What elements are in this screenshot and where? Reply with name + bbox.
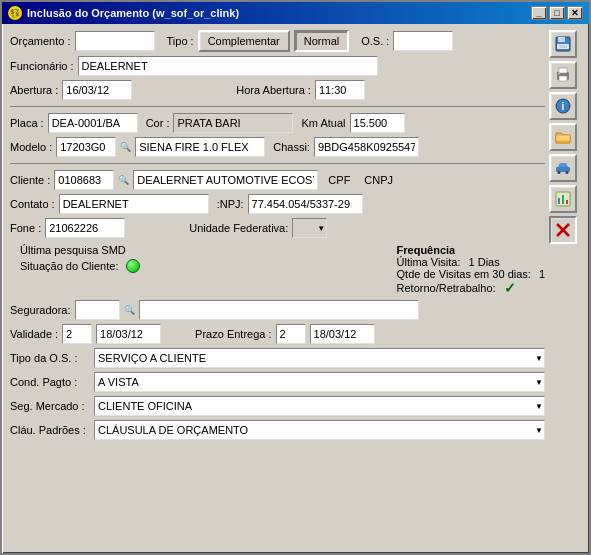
row-tipo-os: Tipo da O.S. : SERVIÇO A CLIENTE ▼ <box>10 348 545 368</box>
row-modelo: Modelo : 🔍 Chassi: <box>10 137 545 157</box>
cond-pagto-select[interactable]: A VISTA <box>94 372 545 392</box>
cnpj-label2: :NPJ: <box>217 198 244 210</box>
modelo-icon: 🔍 <box>120 142 131 152</box>
chassi-input[interactable] <box>314 137 419 157</box>
tipo-os-select[interactable]: SERVIÇO A CLIENTE <box>94 348 545 368</box>
modelo-id-input[interactable] <box>56 137 116 157</box>
print-icon <box>554 66 572 84</box>
abertura-label: Abertura : <box>10 84 58 96</box>
chassi-label: Chassi: <box>273 141 310 153</box>
placa-label: Placa : <box>10 117 44 129</box>
svg-rect-3 <box>559 45 567 48</box>
seguradora-name-input[interactable] <box>139 300 419 320</box>
funcionario-label: Funcionário : <box>10 60 74 72</box>
cliente-search-icon: 🔍 <box>118 175 129 185</box>
row-seg-mercado: Seg. Mercado : CLIENTE OFICINA ▼ <box>10 396 545 416</box>
row-validade: Validade : Prazo Entrega : <box>10 324 545 344</box>
title-bar: 💱 Inclusão do Orçamento (w_sof_or_clink)… <box>2 2 589 24</box>
svg-rect-10 <box>556 167 570 172</box>
prazo-entrega-num-input[interactable] <box>276 324 306 344</box>
row-orcamento: Orçamento : Tipo : Complementar Normal O… <box>10 30 545 52</box>
row-smd: Última pesquisa SMD Situação do Cliente:… <box>10 244 545 296</box>
clau-padroes-label: Cláu. Padrões : <box>10 424 90 436</box>
delete-btn[interactable] <box>549 216 577 244</box>
validade-date-input[interactable] <box>96 324 161 344</box>
folder-btn[interactable] <box>549 123 577 151</box>
hora-abertura-input[interactable] <box>315 80 365 100</box>
seg-mercado-wrapper[interactable]: CLIENTE OFICINA ▼ <box>94 396 545 416</box>
cliente-id-input[interactable] <box>54 170 114 190</box>
fone-label: Fone : <box>10 222 41 234</box>
folder-icon <box>554 128 572 146</box>
tipo-os-wrapper[interactable]: SERVIÇO A CLIENTE ▼ <box>94 348 545 368</box>
ultima-visita-value: 1 Dias <box>469 256 500 268</box>
km-atual-label: Km Atual <box>301 117 345 129</box>
cond-pagto-label: Cond. Pagto : <box>10 376 90 388</box>
row-placa: Placa : Cor : Km Atual <box>10 113 545 133</box>
frequencia-section: Frequência Última Visita: 1 Dias Qtde de… <box>397 244 545 296</box>
svg-point-11 <box>558 171 561 174</box>
os-input[interactable] <box>393 31 453 51</box>
print-btn[interactable] <box>549 61 577 89</box>
minimize-button[interactable]: _ <box>531 6 547 20</box>
unidade-federativa-wrapper[interactable]: ▼ <box>292 218 327 238</box>
separator-2 <box>10 163 545 164</box>
cliente-label: Cliente : <box>10 174 50 186</box>
cnpj-input[interactable] <box>248 194 363 214</box>
seguradora-label: Seguradora: <box>10 304 71 316</box>
clau-padroes-wrapper[interactable]: CLÁUSULA DE ORÇAMENTO ▼ <box>94 420 545 440</box>
chart-btn[interactable] <box>549 185 577 213</box>
title-controls: _ □ ✕ <box>531 6 583 20</box>
seguradora-id-input[interactable] <box>75 300 120 320</box>
car-icon <box>554 159 572 177</box>
svg-rect-15 <box>562 195 564 204</box>
maximize-button[interactable]: □ <box>549 6 565 20</box>
row-contato: Contato : :NPJ: <box>10 194 545 214</box>
row-seguradora: Seguradora: 🔍 <box>10 300 545 320</box>
save-btn[interactable] <box>549 30 577 58</box>
svg-rect-6 <box>559 76 567 81</box>
modelo-name-input[interactable] <box>135 137 265 157</box>
cliente-name-input[interactable] <box>133 170 318 190</box>
funcionario-input[interactable] <box>78 56 378 76</box>
situacao-cliente-label: Situação do Cliente: <box>20 260 118 272</box>
seguradora-icon: 🔍 <box>124 305 135 315</box>
window-title: Inclusão do Orçamento (w_sof_or_clink) <box>27 7 239 19</box>
smd-section: Última pesquisa SMD Situação do Cliente: <box>10 244 383 273</box>
abertura-input[interactable] <box>62 80 132 100</box>
unidade-federativa-select[interactable] <box>292 218 327 238</box>
contato-input[interactable] <box>59 194 209 214</box>
ultima-pesquisa-label: Última pesquisa SMD <box>20 244 383 256</box>
hora-abertura-label: Hora Abertura : <box>236 84 311 96</box>
prazo-entrega-label: Prazo Entrega : <box>195 328 271 340</box>
clau-padroes-select[interactable]: CLÁUSULA DE ORÇAMENTO <box>94 420 545 440</box>
svg-rect-16 <box>566 200 568 204</box>
chart-icon <box>554 190 572 208</box>
cnpj-label: CNPJ <box>364 174 393 186</box>
prazo-entrega-date-input[interactable] <box>310 324 375 344</box>
orcamento-input[interactable] <box>75 31 155 51</box>
situacao-dot <box>126 259 140 273</box>
validade-num-input[interactable] <box>62 324 92 344</box>
seg-mercado-label: Seg. Mercado : <box>10 400 90 412</box>
qtde-visitas-value: 1 <box>539 268 545 280</box>
seg-mercado-select[interactable]: CLIENTE OFICINA <box>94 396 545 416</box>
svg-rect-1 <box>558 37 565 42</box>
normal-button[interactable]: Normal <box>294 30 349 52</box>
km-atual-input[interactable] <box>350 113 405 133</box>
fone-input[interactable] <box>45 218 125 238</box>
modelo-label: Modelo : <box>10 141 52 153</box>
main-panel: Orçamento : Tipo : Complementar Normal O… <box>10 30 545 547</box>
row-fone: Fone : Unidade Federativa: ▼ <box>10 218 545 238</box>
content-area: Orçamento : Tipo : Complementar Normal O… <box>2 24 589 553</box>
contato-label: Contato : <box>10 198 55 210</box>
cond-pagto-wrapper[interactable]: A VISTA ▼ <box>94 372 545 392</box>
complementar-button[interactable]: Complementar <box>198 30 290 52</box>
close-button[interactable]: ✕ <box>567 6 583 20</box>
cpf-label: CPF <box>328 174 350 186</box>
info-btn[interactable]: i <box>549 92 577 120</box>
info-icon: i <box>554 97 572 115</box>
placa-input[interactable] <box>48 113 138 133</box>
retorno-row: Retorno/Retrabalho: ✓ <box>397 280 545 296</box>
car-btn[interactable] <box>549 154 577 182</box>
